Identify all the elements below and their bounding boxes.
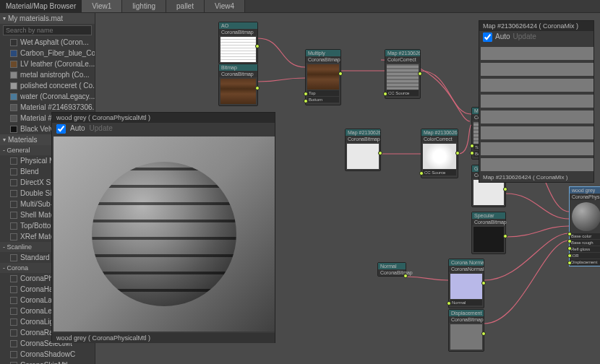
node-displacement[interactable]: DisplacementCoronaBitmap	[448, 309, 484, 352]
map-preview-image	[481, 45, 593, 171]
material-item[interactable]: Carbon_Fiber_blue_Co...	[0, 48, 95, 58]
node-corona-normal[interactable]: Corona NormalCoronaNormal Normal	[448, 259, 484, 308]
preview-sphere	[92, 162, 236, 306]
search-input[interactable]	[3, 25, 92, 35]
tab-pallet[interactable]: pallet	[166, 0, 205, 12]
map-preview-title: Map #2130626424 ( CoronaMix )	[479, 21, 593, 31]
tab-lighting[interactable]: lighting	[122, 0, 166, 12]
update-button[interactable]: Update	[90, 124, 113, 134]
tab-view1[interactable]: View1	[82, 0, 122, 12]
node-output-material[interactable]: wood grey CoronaPhysica... Base color Ba…	[569, 186, 600, 266]
file-section-header[interactable]: My materials.mat	[0, 13, 95, 24]
preview-footer: wood grey ( CoronaPhysicalMtl )	[52, 333, 275, 343]
node-wood-bitmap[interactable]: BitmapCoronaBitmap	[218, 64, 258, 106]
material-preview-panel: wood grey ( CoronaPhysicalMtl ) Auto Upd…	[51, 112, 275, 343]
auto-checkbox[interactable]	[56, 124, 66, 134]
node-multiply[interactable]: MultiplyCoronaBitmap TopBottom	[305, 49, 341, 105]
node-ao[interactable]: AOCoronaBitmap	[218, 22, 258, 64]
map-preview-footer: Map #2130626424 ( CoronaMix )	[479, 173, 593, 182]
preview-title: wood grey ( CoronaPhysicalMtl )	[52, 113, 275, 123]
node-colorcorrect-1[interactable]: Map #2130626305ColorCorrect CC Source	[385, 49, 421, 99]
browser-title: Material/Map Browser	[0, 0, 82, 12]
material-item[interactable]: polished conceret ( Co...	[0, 80, 95, 91]
material-item[interactable]: metal anistroph (Co...	[0, 69, 95, 80]
update-button[interactable]: Update	[513, 32, 536, 42]
tab-view4[interactable]: View4	[205, 0, 245, 12]
auto-checkbox[interactable]	[483, 32, 492, 42]
node-specular[interactable]: SpecularCoronaBitmap	[471, 212, 506, 254]
material-item[interactable]: Wet Asphalt (Coron...	[0, 37, 95, 48]
material-item[interactable]: Material #2146937306...	[0, 102, 95, 113]
node-colorcorrect-2[interactable]: Map #2130626426ColorCorrect CC Source	[421, 129, 458, 178]
material-item[interactable]: LV leather (CoronaLe...	[0, 58, 95, 69]
node-normal-bitmap[interactable]: NormalCoronaBitmap	[377, 262, 406, 277]
node-grey-bitmap[interactable]: Map #2130626423CoronaBitmap	[345, 129, 381, 171]
map-preview-panel: Map #2130626424 ( CoronaMix ) AutoUpdate…	[479, 20, 594, 183]
list-item[interactable]: CoronaShadowC	[0, 349, 95, 360]
preview-viewport[interactable]	[53, 136, 275, 332]
list-item[interactable]: CoronaSkinMtl	[0, 360, 95, 364]
material-item[interactable]: water (CoronaLegacy...	[0, 91, 95, 102]
